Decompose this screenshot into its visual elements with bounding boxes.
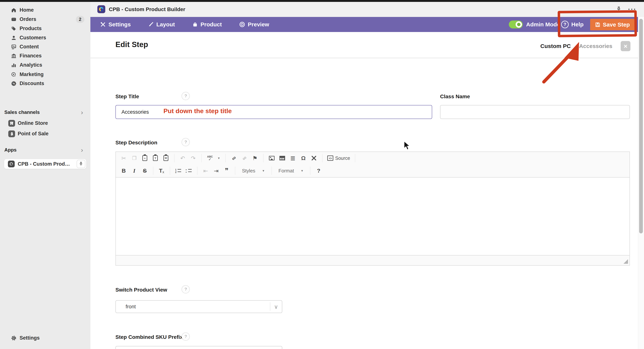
step-description-label: Step Description — [116, 140, 157, 146]
remove-format-icon[interactable] — [158, 166, 165, 175]
decrease-indent-icon[interactable] — [202, 166, 209, 175]
sidebar-item-online-store[interactable]: Online Store — [0, 118, 90, 128]
help-button[interactable]: ? Help — [561, 17, 584, 32]
sidebar-item-label: Finances — [20, 53, 42, 59]
app-header-bar: CPB - Custom Product Builder ··· — [90, 2, 644, 17]
toolbar-separator — [170, 166, 170, 175]
shopify-sidebar: Home Orders 2 Products Customers Content… — [0, 2, 90, 349]
sidebar-item-label: Orders — [20, 16, 36, 22]
undo-icon[interactable] — [179, 154, 186, 162]
numbered-list-icon[interactable] — [175, 166, 182, 175]
italic-icon[interactable] — [131, 166, 138, 175]
step-description-help-icon[interactable]: ? — [182, 138, 190, 146]
paste-as-text-icon[interactable] — [152, 154, 159, 162]
sidebar-item-cpb-app[interactable]: CPB - Custom Produc... — [4, 159, 86, 169]
nav-label: Settings — [108, 21, 131, 28]
link-icon[interactable] — [230, 154, 237, 162]
pin-icon[interactable] — [616, 6, 622, 12]
cpb-logo-icon — [97, 5, 105, 13]
unlink-icon[interactable] — [241, 154, 248, 162]
admin-mode-toggle[interactable] — [509, 20, 523, 28]
step-title-help-icon[interactable]: ? — [182, 92, 190, 100]
sales-channels-header[interactable]: Sales channels › — [4, 108, 86, 116]
editor-help-icon[interactable] — [315, 166, 322, 175]
strikethrough-icon[interactable] — [142, 166, 148, 175]
sidebar-item-marketing[interactable]: Marketing — [0, 70, 90, 79]
cut-icon[interactable] — [120, 154, 127, 162]
spellcheck-dropdown-icon[interactable] — [217, 154, 220, 162]
sku-prefix-help-icon[interactable]: ? — [182, 332, 190, 341]
window-top-strip — [0, 0, 644, 2]
sidebar-item-customers[interactable]: Customers — [0, 33, 90, 42]
sku-prefix-input[interactable] — [116, 346, 282, 349]
bold-icon[interactable] — [120, 166, 127, 175]
step-title-label: Step Title — [116, 94, 139, 100]
anchor-icon[interactable] — [252, 154, 258, 162]
switch-product-view-select[interactable]: front ∨ — [116, 300, 282, 313]
sidebar-item-settings[interactable]: Settings — [0, 334, 90, 342]
sidebar-item-point-of-sale[interactable]: S Point of Sale — [0, 129, 90, 138]
tab-custom-pc[interactable]: Custom PC — [540, 43, 571, 49]
step-description-textarea[interactable] — [116, 178, 630, 255]
class-name-label: Class Name — [440, 94, 470, 100]
page-scrollbar-thumb[interactable] — [639, 19, 643, 234]
horizontal-line-icon[interactable] — [290, 154, 296, 162]
sidebar-item-label: Products — [20, 26, 42, 32]
bulleted-list-icon[interactable] — [186, 166, 192, 175]
step-breadcrumb-tabs: Custom PC Accessories × — [540, 41, 630, 51]
page-scrollbar-track[interactable] — [638, 17, 644, 349]
pin-app-button[interactable] — [77, 160, 85, 168]
nav-product[interactable]: Product — [192, 21, 222, 28]
sidebar-item-discounts[interactable]: % Discounts — [0, 79, 90, 88]
styles-dropdown[interactable]: Styles — [240, 166, 267, 175]
copy-icon[interactable] — [131, 154, 138, 162]
blockquote-icon[interactable] — [223, 166, 230, 175]
class-name-input[interactable] — [440, 105, 630, 119]
switch-product-view-help-icon[interactable]: ? — [182, 285, 190, 294]
increase-indent-icon[interactable] — [213, 166, 220, 175]
table-icon[interactable] — [279, 154, 286, 162]
editor-toolbar-row-2: Styles Format — [116, 164, 630, 178]
svg-text:S: S — [11, 133, 12, 135]
source-button[interactable]: Source — [327, 154, 350, 162]
spellcheck-icon[interactable] — [206, 154, 213, 162]
paste-from-word-icon[interactable] — [162, 154, 169, 162]
editor-toolbar-row-1: Source — [116, 152, 630, 164]
format-dropdown[interactable]: Format — [276, 166, 305, 175]
special-character-icon[interactable] — [300, 154, 307, 162]
gear-icon — [10, 335, 17, 341]
paste-icon[interactable] — [142, 154, 148, 162]
editor-footer — [116, 255, 630, 265]
nav-settings[interactable]: Settings — [100, 21, 131, 28]
redo-icon[interactable] — [190, 154, 196, 162]
tab-accessories[interactable]: Accessories — [579, 43, 612, 49]
source-label: Source — [335, 156, 350, 161]
more-options-icon[interactable]: ··· — [628, 6, 636, 13]
header-divider — [90, 58, 638, 58]
preview-icon — [239, 22, 245, 28]
sidebar-item-orders[interactable]: Orders 2 — [0, 15, 90, 24]
nav-layout[interactable]: Layout — [148, 21, 175, 28]
close-step-button[interactable]: × — [621, 41, 630, 51]
save-step-button[interactable]: Save Step — [590, 19, 634, 30]
sales-channels-label: Sales channels — [4, 109, 40, 115]
format-label: Format — [278, 168, 294, 174]
sidebar-item-content[interactable]: Content — [0, 42, 90, 52]
apps-header[interactable]: Apps › — [4, 146, 86, 154]
resize-grip-icon[interactable] — [624, 259, 628, 264]
nav-preview[interactable]: Preview — [239, 21, 269, 28]
sidebar-item-analytics[interactable]: Analytics — [0, 60, 90, 70]
chevron-right-icon: › — [81, 147, 86, 153]
sidebar-item-finances[interactable]: Finances — [0, 51, 90, 60]
sidebar-item-label: Online Store — [18, 120, 48, 126]
content-icon — [10, 44, 17, 50]
sidebar-item-home[interactable]: Home — [0, 6, 90, 15]
image-icon[interactable] — [268, 154, 275, 162]
maximize-icon[interactable] — [310, 154, 317, 162]
sidebar-item-label: Marketing — [20, 72, 44, 77]
selected-value: front — [126, 304, 270, 310]
step-title-input[interactable] — [116, 105, 432, 119]
sidebar-item-products[interactable]: Products — [0, 24, 90, 33]
sidebar-item-label: Customers — [20, 35, 46, 41]
sidebar-item-label: Settings — [20, 335, 40, 341]
